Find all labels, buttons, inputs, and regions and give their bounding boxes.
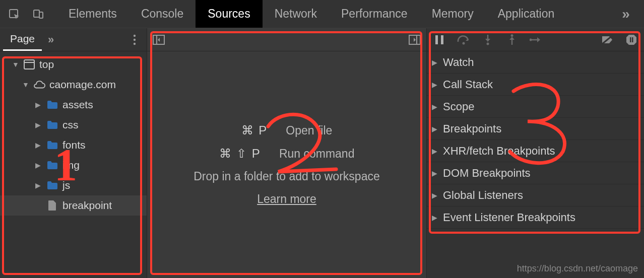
more-tabs-icon[interactable]: » [612,0,640,28]
section-label: Breakpoints [443,122,501,135]
tab-network[interactable]: Network [263,0,329,28]
xhr-breakpoints-section[interactable]: ▶XHR/fetch Breakpoints [427,140,644,162]
drop-folder-label: Drop in a folder to add to workspace [194,170,379,183]
folder-icon [46,159,58,171]
step-out-icon[interactable] [504,32,520,47]
more-navigator-tabs-icon[interactable]: » [42,33,60,46]
chevron-right-icon: ▶ [35,161,42,169]
tree-label: css [62,119,79,131]
tree-label: breakpoint [62,199,112,212]
cloud-icon [33,79,45,91]
section-label: Global Listeners [443,189,523,202]
open-file-label: Open file [286,124,332,137]
tree-folder-js[interactable]: ▶ js [0,175,147,195]
breakpoints-section[interactable]: ▶Breakpoints [427,118,644,140]
call-stack-section[interactable]: ▶Call Stack [427,74,644,96]
svg-point-5 [134,42,136,44]
svg-rect-1 [34,10,39,17]
tab-sources[interactable]: Sources [196,0,262,28]
svg-point-20 [530,38,532,41]
toggle-debugger-icon[interactable] [407,32,422,47]
section-label: Watch [443,56,474,69]
chevron-right-icon: ▶ [432,81,438,89]
chevron-right-icon: ▶ [35,141,42,149]
section-label: DOM Breakpoints [443,167,531,180]
run-command-label: Run command [279,147,355,161]
tree-folder-img[interactable]: ▶ img [0,155,147,175]
folder-icon [46,99,58,111]
svg-point-4 [134,38,136,40]
step-icon[interactable] [529,32,544,47]
navigator-menu-icon[interactable] [125,34,144,45]
tree-label: js [62,179,70,191]
chevron-right-icon: ▶ [35,181,42,189]
watermark-text: https://blog.csdn.net/caomage [517,263,638,274]
folder-icon [46,179,58,191]
step-over-icon[interactable] [456,32,471,47]
section-label: Call Stack [443,78,493,91]
svg-point-18 [511,34,513,37]
tree-frame-top[interactable]: ▼ top [0,54,147,75]
chevron-right-icon: ▶ [432,169,438,177]
tree-domain[interactable]: ▼ caomage.com [0,75,147,95]
tab-elements[interactable]: Elements [56,0,129,28]
tree-label: img [62,159,80,171]
debugger-toolbar [427,28,644,51]
event-listener-breakpoints-section[interactable]: ▶Event Listener Breakpoints [427,206,644,229]
svg-rect-23 [632,37,633,42]
chevron-right-icon: ▶ [432,191,438,199]
file-tree: ▼ top ▼ caomage.com ▶ assets ▶ c [0,51,147,219]
deactivate-breakpoints-icon[interactable] [600,32,615,47]
chevron-right-icon: ▶ [432,214,438,222]
svg-rect-2 [39,12,43,18]
tree-label: assets [62,99,93,111]
svg-point-16 [487,42,489,45]
chevron-right-icon: ▶ [432,125,438,133]
tab-performance[interactable]: Performance [329,0,420,28]
watch-section[interactable]: ▶Watch [427,51,644,74]
run-command-shortcut: ⌘ ⇧ P [219,147,261,161]
page-tab[interactable]: Page [3,28,42,51]
debugger-panel: ▶Watch ▶Call Stack ▶Scope ▶Breakpoints ▶… [426,28,644,278]
frame-icon [23,58,35,71]
learn-more-link[interactable]: Learn more [257,192,316,206]
svg-point-14 [463,42,465,44]
open-file-shortcut: ⌘ P [241,123,268,137]
pause-icon[interactable] [432,32,447,47]
tree-folder-assets[interactable]: ▶ assets [0,95,147,115]
editor-drop-hint: ⌘ P Open file ⌘ ⇧ P Run command Drop in … [147,51,426,278]
svg-rect-12 [435,35,438,44]
global-listeners-section[interactable]: ▶Global Listeners [427,184,644,206]
tab-memory[interactable]: Memory [420,0,486,28]
chevron-right-icon: ▶ [432,103,438,111]
tree-label: fonts [62,139,86,151]
file-icon [46,199,58,212]
svg-rect-13 [441,35,443,44]
dom-breakpoints-section[interactable]: ▶DOM Breakpoints [427,162,644,184]
tab-application[interactable]: Application [486,0,567,28]
toggle-device-icon[interactable] [28,4,48,24]
tree-folder-fonts[interactable]: ▶ fonts [0,135,147,155]
tree-label: caomage.com [49,79,116,91]
devtools-tabbar: Elements Console Sources Network Perform… [0,0,644,28]
svg-rect-6 [24,60,34,69]
tree-folder-css[interactable]: ▶ css [0,115,147,135]
section-label: Event Listener Breakpoints [443,211,575,224]
toggle-navigator-icon[interactable] [151,32,166,47]
section-label: XHR/fetch Breakpoints [443,145,555,158]
tree-label: top [39,58,54,71]
inspect-element-icon[interactable] [4,4,24,24]
step-into-icon[interactable] [480,32,495,47]
tab-console[interactable]: Console [129,0,196,28]
folder-icon [46,139,58,151]
svg-point-3 [134,34,136,36]
section-label: Scope [443,100,474,113]
svg-rect-22 [630,37,631,42]
pause-on-exceptions-icon[interactable] [624,32,639,47]
chevron-right-icon: ▶ [35,101,42,109]
chevron-right-icon: ▶ [432,58,438,66]
chevron-down-icon: ▼ [12,60,19,68]
chevron-down-icon: ▼ [22,81,29,89]
tree-file-breakpoint[interactable]: breakpoint [0,195,147,216]
scope-section[interactable]: ▶Scope [427,96,644,118]
